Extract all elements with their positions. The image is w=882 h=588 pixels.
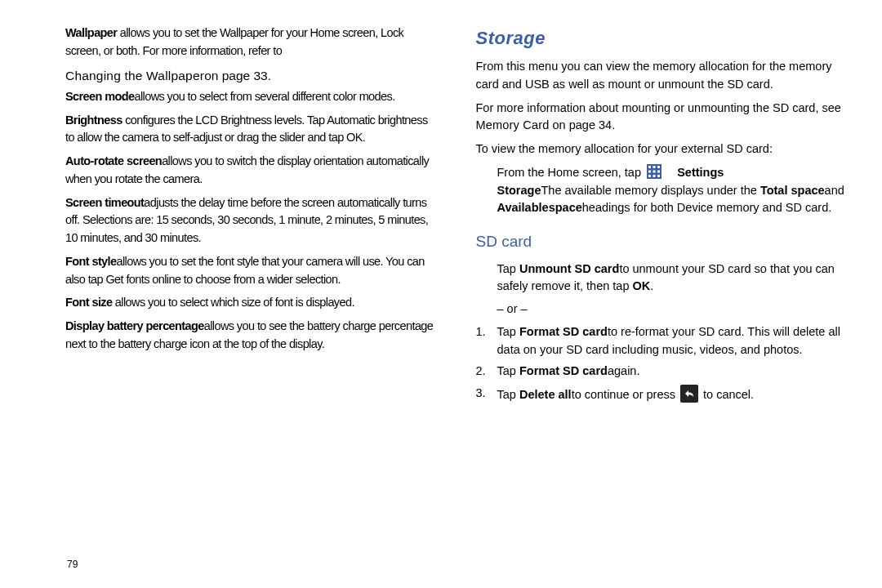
- term-fontsize: Font size: [65, 296, 112, 309]
- step-3-txt: Tap Delete allto continue or press to ca…: [497, 385, 847, 404]
- svg-rect-1: [648, 166, 651, 168]
- xref-wallpaper-tail: on page 33.: [204, 69, 271, 82]
- entry-wallpaper: Wallpaper allows you to set the Wallpape…: [65, 24, 439, 60]
- entry-wallpaper-ref: Changing the Wallpaperon page 33.: [65, 66, 439, 85]
- entry-fontstyle: Font styleallows you to set the font sty…: [65, 253, 439, 289]
- step3-a: Tap: [497, 388, 519, 401]
- storage-p1: From this menu you can view the memory a…: [476, 58, 850, 94]
- svg-rect-7: [648, 175, 651, 177]
- entry-screenmode: Screen modeallows you to select from sev…: [65, 88, 439, 106]
- step-1: 1. Tap Format SD cardto re-format your S…: [476, 323, 850, 359]
- svg-rect-2: [653, 166, 656, 168]
- step-2-txt: Tap Format SD cardagain.: [497, 363, 847, 381]
- step3-c: to cancel.: [703, 388, 754, 401]
- term-battery: Display battery percentage: [65, 319, 204, 332]
- page-number: 79: [67, 559, 78, 570]
- step2-b: again.: [608, 364, 640, 377]
- unmount-ok: OK: [633, 279, 651, 292]
- back-icon: [680, 385, 698, 403]
- step-2-num: 2.: [476, 363, 494, 381]
- available-label: Available: [497, 201, 549, 214]
- term-screentimeout: Screen timeout: [65, 196, 144, 209]
- body-fontstyle: allows you to set the font style that yo…: [65, 255, 425, 286]
- svg-rect-8: [653, 175, 656, 177]
- term-fontstyle: Font style: [65, 255, 116, 268]
- entry-brightness: Brightness configures the LCD Brightness…: [65, 112, 439, 148]
- entry-battery: Display battery percentageallows you to …: [65, 318, 439, 354]
- storage-p3: To view the memory allocation for your e…: [476, 140, 850, 158]
- total-space: Total space: [760, 184, 825, 197]
- term-wallpaper: Wallpaper: [65, 26, 117, 39]
- storage-p2ref: Memory Card: [476, 118, 550, 131]
- step-settings: From the Home screen, tap Settings Stora…: [476, 164, 850, 217]
- body-fontsize: allows you to select which size of font …: [112, 296, 354, 309]
- right-column: Storage From this menu you can view the …: [472, 24, 850, 572]
- left-column: Wallpaper allows you to set the Wallpape…: [65, 24, 448, 572]
- step-2: 2. Tap Format SD cardagain.: [476, 363, 850, 381]
- tap-a: From the Home screen, tap: [497, 166, 645, 179]
- term-autorotate: Auto-rotate screen: [65, 154, 162, 167]
- storage-p2b: on page 34.: [550, 118, 616, 131]
- apps-icon: [647, 164, 662, 179]
- unmount-dot: .: [650, 279, 653, 292]
- xref-wallpaper: Changing the Wallpaper: [65, 69, 204, 82]
- svg-rect-6: [657, 170, 660, 172]
- term-brightness: Brightness: [65, 114, 122, 127]
- term-screenmode: Screen mode: [65, 90, 134, 103]
- step2-a: Tap: [497, 364, 519, 377]
- step2-term: Format SD card: [519, 364, 608, 377]
- unmount-term: Unmount SD card: [519, 262, 619, 275]
- heading-sdcard: SD card: [476, 230, 850, 254]
- body-screenmode: allows you to select from several differ…: [134, 90, 394, 103]
- step3-b: to continue or press: [572, 388, 679, 401]
- storage-p2a: For more information about mounting or u…: [476, 101, 841, 114]
- storage-p2: For more information about mounting or u…: [476, 100, 850, 136]
- svg-rect-9: [657, 175, 660, 177]
- entry-screentimeout: Screen timeoutadjusts the delay time bef…: [65, 194, 439, 247]
- step-unmount: Tap Unmount SD cardto unmount your SD ca…: [476, 261, 850, 296]
- settings-text: Settings: [677, 166, 724, 179]
- step3-term: Delete all: [519, 388, 572, 401]
- available-space: space: [549, 201, 582, 214]
- body-wallpaper: allows you to set the Wallpaper for your…: [65, 26, 403, 57]
- unmount-a: Tap: [497, 262, 519, 275]
- step-1-txt: Tap Format SD cardto re-format your SD c…: [497, 323, 847, 359]
- entry-fontsize: Font size allows you to select which siz…: [65, 294, 439, 312]
- tap-c: and: [825, 184, 844, 197]
- tap-b: The available memory displays under the: [541, 184, 760, 197]
- storage-text: Storage: [497, 184, 541, 197]
- heading-storage: Storage: [476, 24, 850, 51]
- step1-term: Format SD card: [519, 325, 608, 338]
- svg-rect-3: [657, 166, 660, 168]
- step-1-num: 1.: [476, 323, 494, 341]
- tap-d: headings for both Device memory and SD c…: [582, 201, 831, 214]
- entry-autorotate: Auto-rotate screenallows you to switch t…: [65, 153, 439, 189]
- step-3: 3. Tap Delete allto continue or press to…: [476, 385, 850, 404]
- svg-rect-5: [653, 170, 656, 172]
- step1-a: Tap: [497, 325, 519, 338]
- svg-rect-4: [648, 170, 651, 172]
- or-separator: – or –: [476, 301, 850, 318]
- step-3-num: 3.: [476, 385, 494, 403]
